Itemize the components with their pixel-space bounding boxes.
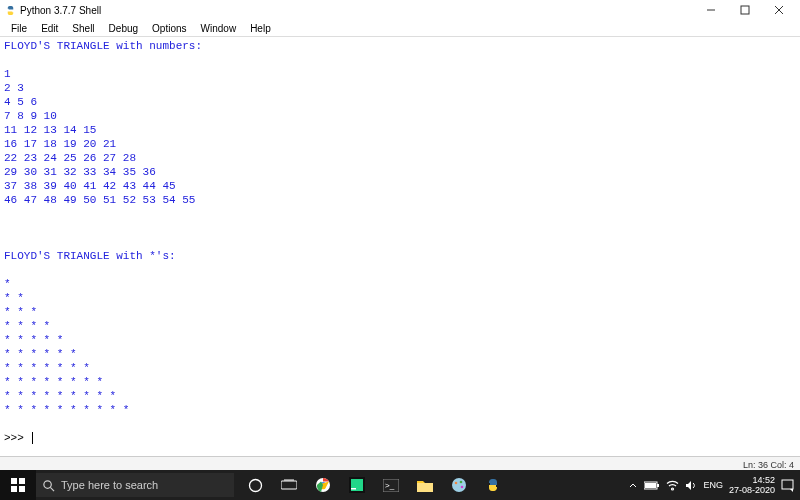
- search-placeholder: Type here to search: [61, 479, 158, 491]
- svg-rect-1: [741, 6, 749, 14]
- svg-rect-11: [281, 481, 297, 489]
- task-icons: >_: [238, 470, 510, 500]
- python-icon: [4, 4, 16, 16]
- svg-point-8: [44, 480, 51, 487]
- text-cursor: [32, 432, 33, 444]
- system-tray: ENG 14:52 27-08-2020: [622, 475, 800, 495]
- svg-point-21: [452, 478, 466, 492]
- svg-rect-5: [19, 478, 25, 484]
- pycharm-icon[interactable]: [340, 470, 374, 500]
- svg-point-10: [249, 479, 261, 491]
- svg-rect-7: [19, 486, 25, 492]
- chrome-icon[interactable]: [306, 470, 340, 500]
- svg-line-9: [50, 487, 54, 491]
- svg-rect-26: [657, 484, 659, 487]
- taskbar-search[interactable]: Type here to search: [36, 473, 234, 497]
- taskview-icon[interactable]: [272, 470, 306, 500]
- maximize-button[interactable]: [728, 1, 762, 19]
- svg-rect-17: [351, 488, 356, 490]
- terminal-icon[interactable]: >_: [374, 470, 408, 500]
- svg-rect-20: [417, 483, 433, 492]
- paint-icon[interactable]: [442, 470, 476, 500]
- svg-point-23: [460, 481, 463, 484]
- clock-date: 27-08-2020: [729, 485, 775, 495]
- notifications-icon[interactable]: [781, 479, 794, 492]
- menu-shell[interactable]: Shell: [65, 22, 101, 35]
- prompt: >>>: [4, 431, 30, 445]
- volume-icon[interactable]: [685, 480, 697, 491]
- menu-file[interactable]: File: [4, 22, 34, 35]
- svg-rect-27: [645, 483, 656, 488]
- minimize-button[interactable]: [694, 1, 728, 19]
- explorer-icon[interactable]: [408, 470, 442, 500]
- menu-edit[interactable]: Edit: [34, 22, 65, 35]
- window-title: Python 3.7.7 Shell: [20, 5, 694, 16]
- wifi-icon[interactable]: [666, 480, 679, 491]
- start-button[interactable]: [0, 470, 36, 500]
- menu-options[interactable]: Options: [145, 22, 193, 35]
- window-controls: [694, 1, 796, 19]
- titlebar: Python 3.7.7 Shell: [0, 0, 800, 20]
- svg-point-22: [455, 482, 458, 485]
- svg-text:>_: >_: [385, 481, 395, 490]
- svg-point-24: [461, 486, 464, 489]
- shell-output: FLOYD'S TRIANGLE with numbers: 1 2 3 4 5…: [4, 40, 202, 416]
- svg-rect-4: [11, 478, 17, 484]
- menu-window[interactable]: Window: [194, 22, 244, 35]
- statusbar: [0, 456, 800, 470]
- shell-output-area[interactable]: FLOYD'S TRIANGLE with numbers: 1 2 3 4 5…: [0, 37, 800, 464]
- clock[interactable]: 14:52 27-08-2020: [729, 475, 775, 495]
- menu-debug[interactable]: Debug: [102, 22, 145, 35]
- battery-icon[interactable]: [644, 481, 660, 490]
- idle-icon[interactable]: [476, 470, 510, 500]
- taskbar: Type here to search >_ ENG 14:52 27-08-2…: [0, 470, 800, 500]
- menubar: File Edit Shell Debug Options Window Hel…: [0, 20, 800, 37]
- lang-indicator[interactable]: ENG: [703, 480, 723, 490]
- cortana-icon[interactable]: [238, 470, 272, 500]
- svg-rect-12: [284, 479, 294, 481]
- clock-time: 14:52: [729, 475, 775, 485]
- statusbar-text: Ln: 36 Col: 4: [741, 460, 796, 470]
- svg-rect-6: [11, 486, 17, 492]
- close-button[interactable]: [762, 1, 796, 19]
- menu-help[interactable]: Help: [243, 22, 278, 35]
- search-icon: [42, 479, 55, 492]
- tray-chevron-icon[interactable]: [628, 480, 638, 490]
- svg-rect-28: [782, 480, 793, 489]
